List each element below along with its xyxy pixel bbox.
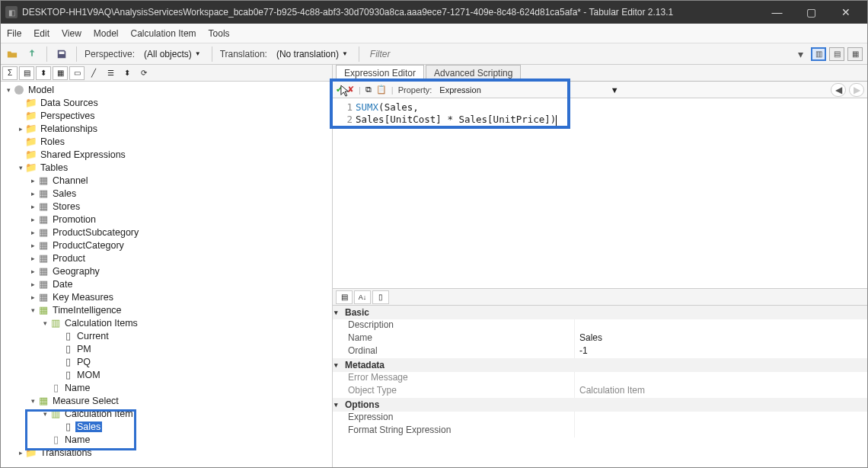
tree-node-perspectives[interactable]: 📁Perspectives (4, 109, 332, 122)
tab-advanced-scripting[interactable]: Advanced Scripting (426, 65, 521, 81)
tree-node-stores[interactable]: ▸▦Stores (4, 200, 332, 213)
chevron-down-icon: ▼ (611, 85, 619, 95)
nav-back-button[interactable]: ◀ (831, 83, 846, 97)
tree-node-promotion[interactable]: ▸▦Promotion (4, 213, 332, 226)
tab-expression-editor[interactable]: Expression Editor (336, 65, 424, 82)
filter-icon[interactable]: ▾ (793, 47, 808, 61)
toolbar-refresh-button[interactable]: ⟳ (136, 66, 152, 80)
perspective-label: Perspective: (85, 49, 135, 59)
toolbar-hierarchy-button[interactable]: ⬍ (36, 66, 51, 80)
open-icon[interactable] (5, 47, 19, 61)
layout-mode-2-button[interactable]: ▤ (829, 47, 844, 61)
prop-category-basic[interactable]: ▾Basic (333, 306, 867, 319)
prop-az-sort-button[interactable]: A↓ (354, 290, 371, 304)
title-bar: ◧ DESKTOP-HH1V9AQ\AnalysisServicesWorksp… (1, 1, 867, 24)
tree-node-ci-pq[interactable]: ▯PQ (4, 355, 332, 368)
tree-node-calc-item-folder2[interactable]: ▾▥Calculation Item (4, 407, 332, 420)
tree-node-ci-pm[interactable]: ▯PM (4, 342, 332, 355)
property-dropdown[interactable]: Expression (436, 84, 483, 96)
menu-tools[interactable]: Tools (209, 28, 230, 39)
close-button[interactable]: ✕ (828, 1, 863, 24)
model-tree[interactable]: ▾Model 📁Data Sources 📁Perspectives ▸📁Rel… (1, 82, 332, 468)
toolbar-columns-button[interactable]: ☰ (103, 66, 118, 80)
tree-node-ci-sales[interactable]: ▯Sales (4, 420, 332, 433)
toolbar-grid-button[interactable]: ▦ (53, 66, 68, 80)
tree-node-model[interactable]: ▾Model (4, 83, 332, 96)
menu-view[interactable]: View (62, 28, 81, 39)
tree-node-data-sources[interactable]: 📁Data Sources (4, 96, 332, 109)
prop-row-description[interactable]: Description (333, 319, 867, 332)
paste-icon[interactable]: 📋 (376, 85, 387, 95)
prop-category-options[interactable]: ▾Options (333, 398, 867, 412)
menu-model[interactable]: Model (94, 28, 119, 39)
toolbar-box-button[interactable]: ▭ (69, 66, 85, 80)
expression-toolbar: ✔ ✘ | ⧉ 📋 | Property: Expression ▼ ◀ ▶ (333, 82, 867, 98)
cancel-icon[interactable]: ✘ (347, 85, 354, 95)
prop-row-error-message[interactable]: Error Message (333, 372, 867, 385)
line-gutter: 1 2 (340, 101, 353, 126)
toolbar-list-button[interactable]: ▤ (19, 66, 34, 80)
minimize-button[interactable]: — (760, 1, 794, 24)
deploy-icon[interactable] (25, 47, 39, 61)
filter-input[interactable] (367, 47, 787, 61)
nav-forward-button[interactable]: ▶ (849, 83, 864, 97)
maximize-button[interactable]: ▢ (794, 1, 828, 24)
main-toolbar: Perspective: (All objects) ▼ Translation… (1, 43, 867, 65)
save-icon[interactable] (55, 47, 69, 61)
prop-categorized-button[interactable]: ▤ (336, 290, 353, 304)
tree-node-tables[interactable]: ▾📁Tables (4, 161, 332, 174)
filter-box (367, 47, 787, 61)
prop-row-name[interactable]: NameSales (333, 332, 867, 345)
tree-node-productcategory[interactable]: ▸▦ProductCategory (4, 239, 332, 252)
toolbar-hier2-button[interactable]: ⬍ (120, 66, 135, 80)
tree-node-col-name2[interactable]: ▯Name (4, 433, 332, 446)
menu-edit[interactable]: Edit (34, 28, 49, 39)
menu-file[interactable]: File (7, 28, 21, 39)
prop-row-object-type[interactable]: Object TypeCalculation Item (333, 385, 867, 398)
code-content: SUMX(Sales, Sales[UnitCost] * Sales[Unit… (356, 101, 557, 126)
tree-node-channel[interactable]: ▸▦Channel (4, 174, 332, 187)
tree-node-translations[interactable]: ▸📁Translations (4, 446, 332, 459)
prop-row-expression[interactable]: Expression (333, 412, 867, 425)
tree-node-geography[interactable]: ▸▦Geography (4, 264, 332, 277)
app-icon: ◧ (5, 6, 18, 18)
prop-row-format-string-expression[interactable]: Format String Expression (333, 425, 867, 438)
property-grid[interactable]: ▾Basic Description NameSales Ordinal-1 ▾… (333, 306, 867, 468)
tree-node-ci-current[interactable]: ▯Current (4, 329, 332, 342)
perspective-dropdown[interactable]: (All objects) ▼ (141, 47, 204, 61)
code-editor[interactable]: 1 2 SUMX(Sales, Sales[UnitCost] * Sales[… (333, 98, 867, 289)
layout-mode-3-button[interactable]: ▦ (847, 47, 863, 61)
menu-calc-item[interactable]: Calculation Item (131, 28, 196, 39)
tree-node-date[interactable]: ▸▦Date (4, 277, 332, 290)
tree-node-calc-items-folder[interactable]: ▾▥Calculation Items (4, 316, 332, 329)
chevron-down-icon: ▼ (342, 50, 348, 57)
copy-icon[interactable]: ⧉ (365, 85, 372, 95)
layout-mode-1-button[interactable]: ▥ (811, 47, 826, 61)
accept-icon[interactable]: ✔ (336, 85, 343, 95)
tree-node-productsubcategory[interactable]: ▸▦ProductSubcategory (4, 226, 332, 239)
prop-category-metadata[interactable]: ▾Metadata (333, 358, 867, 372)
tree-node-col-name[interactable]: ▯Name (4, 381, 332, 394)
toolbar-sigma-button[interactable]: Σ (2, 66, 18, 80)
tree-node-sales[interactable]: ▸▦Sales (4, 187, 332, 200)
separator (46, 46, 47, 62)
chevron-down-icon: ▼ (195, 50, 201, 57)
tree-node-ci-mom[interactable]: ▯MOM (4, 368, 332, 381)
model-tree-pane: Σ ▤ ⬍ ▦ ▭ ╱ ☰ ⬍ ⟳ ▾Model 📁Data Sources 📁… (1, 65, 333, 468)
translation-value: (No translation) (276, 49, 339, 59)
tree-node-roles[interactable]: 📁Roles (4, 135, 332, 148)
tree-node-measure-select[interactable]: ▾▦Measure Select (4, 394, 332, 407)
tree-node-key-measures[interactable]: ▸▦Key Measures (4, 290, 332, 303)
tree-node-timeintelligence[interactable]: ▾▦TimeIntelligence (4, 303, 332, 316)
window-title: DESKTOP-HH1V9AQ\AnalysisServicesWorkspac… (22, 7, 760, 18)
tree-node-product[interactable]: ▸▦Product (4, 252, 332, 264)
property-label: Property: (398, 85, 432, 95)
translation-dropdown[interactable]: (No translation) ▼ (273, 47, 351, 61)
prop-row-ordinal[interactable]: Ordinal-1 (333, 345, 867, 358)
perspective-value: (All objects) (144, 49, 192, 59)
menu-bar: File Edit View Model Calculation Item To… (1, 24, 867, 43)
tree-node-shared-expressions[interactable]: 📁Shared Expressions (4, 148, 332, 161)
toolbar-slash-button[interactable]: ╱ (86, 66, 101, 80)
prop-pages-button[interactable]: ▯ (372, 290, 389, 304)
tree-node-relationships[interactable]: ▸📁Relationships (4, 122, 332, 135)
